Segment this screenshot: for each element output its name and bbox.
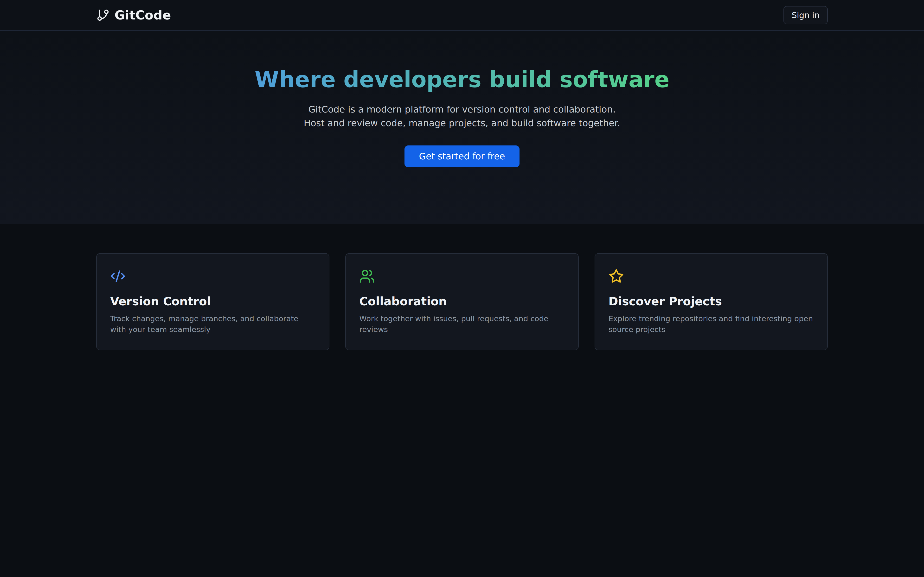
users-icon bbox=[359, 269, 375, 284]
feature-card-version-control[interactable]: Version Control Track changes, manage br… bbox=[96, 253, 330, 350]
feature-title: Collaboration bbox=[359, 295, 564, 308]
sign-in-button[interactable]: Sign in bbox=[783, 6, 828, 24]
feature-description: Work together with issues, pull requests… bbox=[359, 313, 564, 335]
feature-cards: Version Control Track changes, manage br… bbox=[88, 224, 836, 350]
git-branch-icon bbox=[96, 8, 110, 22]
brand[interactable]: GitCode bbox=[96, 8, 171, 23]
feature-description: Explore trending repositories and find i… bbox=[609, 313, 814, 335]
feature-title: Discover Projects bbox=[609, 295, 814, 308]
get-started-button[interactable]: Get started for free bbox=[404, 145, 519, 167]
hero-subtitle: GitCode is a modern platform for version… bbox=[301, 103, 623, 130]
feature-title: Version Control bbox=[110, 295, 315, 308]
star-icon bbox=[609, 269, 624, 284]
hero-section: Where developers build software GitCode … bbox=[0, 31, 924, 224]
feature-description: Track changes, manage branches, and coll… bbox=[110, 313, 315, 335]
top-nav: GitCode Sign in bbox=[0, 0, 924, 31]
code-icon bbox=[110, 269, 126, 284]
hero-title: Where developers build software bbox=[255, 67, 669, 93]
feature-card-collaboration[interactable]: Collaboration Work together with issues,… bbox=[345, 253, 578, 350]
brand-name: GitCode bbox=[115, 8, 171, 23]
feature-card-discover-projects[interactable]: Discover Projects Explore trending repos… bbox=[594, 253, 828, 350]
